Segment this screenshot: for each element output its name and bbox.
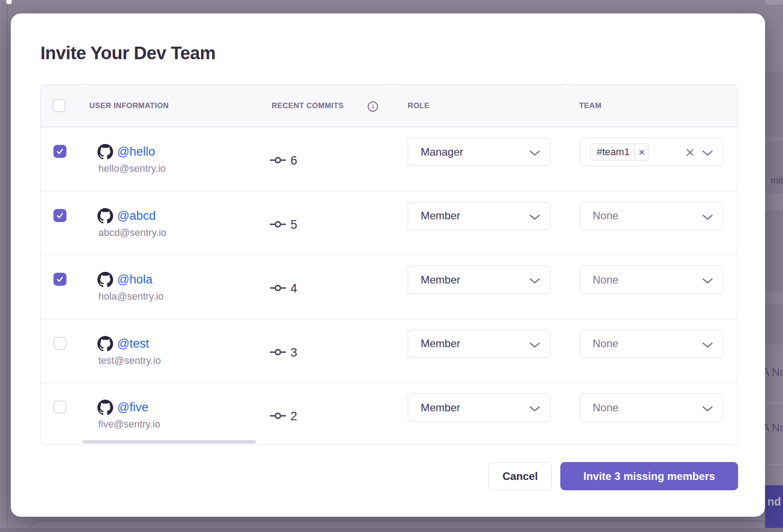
team-select-placeholder: None bbox=[593, 401, 618, 414]
column-header-team: TEAM bbox=[579, 85, 602, 127]
table-row: @abcd abcd@sentry.io 5 Member None bbox=[41, 191, 737, 255]
backdrop-purple-button: nd bbox=[765, 485, 783, 528]
chevron-down-icon bbox=[702, 150, 713, 158]
github-icon bbox=[97, 208, 113, 224]
column-header-user: USER INFORMATION bbox=[89, 85, 169, 127]
role-select[interactable]: Member bbox=[408, 202, 550, 230]
chevron-down-icon bbox=[529, 214, 540, 222]
remove-team-icon[interactable] bbox=[634, 144, 648, 160]
table-row: @hello hello@sentry.io 6 Manager #team1 bbox=[41, 127, 737, 191]
check-icon bbox=[56, 211, 64, 220]
backdrop-divider bbox=[765, 402, 783, 403]
role-select-value: Member bbox=[421, 209, 460, 222]
table-header-row: USER INFORMATION RECENT COMMITS i ROLE T… bbox=[41, 85, 737, 127]
chevron-down-icon bbox=[529, 150, 540, 158]
row-checkbox[interactable] bbox=[53, 337, 66, 350]
user-email: abcd@sentry.io bbox=[98, 227, 167, 238]
backdrop-text-fragment: A No bbox=[765, 366, 783, 379]
row-checkbox[interactable] bbox=[53, 209, 66, 222]
github-username-link[interactable]: @abcd bbox=[117, 209, 156, 223]
github-icon bbox=[97, 400, 113, 415]
github-icon bbox=[97, 336, 113, 352]
column-notch bbox=[388, 84, 396, 88]
commit-count: 5 bbox=[290, 218, 297, 232]
commit-count: 2 bbox=[290, 410, 297, 423]
role-select[interactable]: Member bbox=[408, 330, 550, 358]
backdrop-text-fragment: A No bbox=[765, 422, 783, 434]
check-icon bbox=[56, 147, 64, 156]
team-multiselect[interactable]: None bbox=[580, 393, 723, 422]
chevron-down-icon bbox=[529, 406, 540, 414]
select-all-checkbox[interactable] bbox=[53, 99, 66, 112]
chevron-down-icon bbox=[529, 342, 540, 350]
clear-teams-icon[interactable] bbox=[686, 148, 694, 158]
backdrop-text-fragment: mit bbox=[770, 175, 783, 186]
role-select-value: Member bbox=[421, 337, 460, 350]
column-header-role: ROLE bbox=[408, 85, 430, 127]
commit-icon bbox=[270, 219, 286, 231]
team-multiselect[interactable]: None bbox=[580, 330, 723, 358]
team-chip: #team1 bbox=[590, 144, 649, 161]
github-username-link[interactable]: @hola bbox=[117, 273, 152, 287]
team-chip-label: #team1 bbox=[590, 146, 634, 158]
backdrop-row-block bbox=[765, 211, 783, 292]
backdrop-white-notch bbox=[6, 0, 12, 4]
team-select-placeholder: None bbox=[593, 337, 618, 350]
column-notch bbox=[563, 84, 570, 88]
commit-count: 4 bbox=[290, 282, 297, 296]
commit-icon bbox=[270, 347, 286, 359]
github-username-link[interactable]: @hello bbox=[117, 145, 155, 159]
github-username-link[interactable]: @five bbox=[117, 401, 148, 414]
chevron-down-icon bbox=[702, 342, 713, 350]
cancel-button[interactable]: Cancel bbox=[488, 462, 552, 490]
row-checkbox[interactable] bbox=[53, 273, 66, 286]
column-header-commits: RECENT COMMITS bbox=[272, 85, 343, 127]
team-multiselect[interactable]: #team1 bbox=[580, 138, 723, 166]
github-icon bbox=[97, 144, 113, 160]
team-multiselect[interactable]: None bbox=[580, 202, 723, 230]
chevron-down-icon bbox=[702, 278, 713, 286]
chevron-down-icon bbox=[702, 214, 713, 222]
commit-count: 3 bbox=[290, 346, 297, 360]
info-icon[interactable]: i bbox=[368, 101, 378, 112]
commit-icon bbox=[270, 411, 286, 423]
row-checkbox[interactable] bbox=[53, 145, 66, 158]
user-email: five@sentry.io bbox=[98, 419, 160, 430]
team-multiselect[interactable]: None bbox=[580, 266, 723, 294]
chevron-down-icon bbox=[529, 278, 540, 286]
github-username-link[interactable]: @test bbox=[117, 337, 149, 351]
members-table: USER INFORMATION RECENT COMMITS i ROLE T… bbox=[40, 84, 738, 445]
backdrop-row-block bbox=[765, 72, 783, 137]
table-row: @five five@sentry.io 2 Member None bbox=[41, 383, 737, 445]
table-row: @test test@sentry.io 3 Member None bbox=[41, 319, 737, 383]
team-select-placeholder: None bbox=[593, 274, 618, 286]
column-notch bbox=[79, 84, 87, 88]
backdrop-row-block bbox=[765, 304, 783, 344]
user-email: test@sentry.io bbox=[98, 355, 161, 366]
user-email: hello@sentry.io bbox=[98, 163, 166, 174]
role-select[interactable]: Member bbox=[408, 393, 550, 422]
modal-title: Invite Your Dev Team bbox=[40, 43, 216, 63]
github-icon bbox=[97, 272, 113, 288]
role-select-value: Manager bbox=[421, 146, 463, 158]
role-select[interactable]: Manager bbox=[408, 138, 550, 166]
backdrop-bottom-band bbox=[0, 528, 783, 532]
backdrop-right-strip: mit A No A No nd bbox=[765, 0, 783, 532]
commit-icon bbox=[270, 155, 286, 167]
invite-members-button[interactable]: Invite 3 missing members bbox=[560, 462, 738, 490]
row-checkbox[interactable] bbox=[53, 401, 66, 414]
check-icon bbox=[56, 275, 64, 283]
commit-count: 6 bbox=[290, 154, 297, 168]
backdrop-button-text-fragment: nd bbox=[767, 495, 781, 508]
chevron-down-icon bbox=[702, 406, 713, 414]
table-row: @hola hola@sentry.io 4 Member None bbox=[41, 255, 737, 319]
horizontal-scrollbar[interactable] bbox=[83, 440, 256, 444]
role-select[interactable]: Member bbox=[408, 266, 550, 294]
role-select-value: Member bbox=[421, 274, 460, 286]
user-email: hola@sentry.io bbox=[98, 291, 163, 302]
invite-dev-team-modal: Invite Your Dev Team USER INFORMATION RE… bbox=[11, 13, 765, 517]
commit-icon bbox=[270, 283, 286, 295]
backdrop-topbar-sliver bbox=[765, 0, 783, 4]
backdrop-sidebar-edge bbox=[7, 0, 8, 532]
team-select-placeholder: None bbox=[593, 209, 618, 222]
